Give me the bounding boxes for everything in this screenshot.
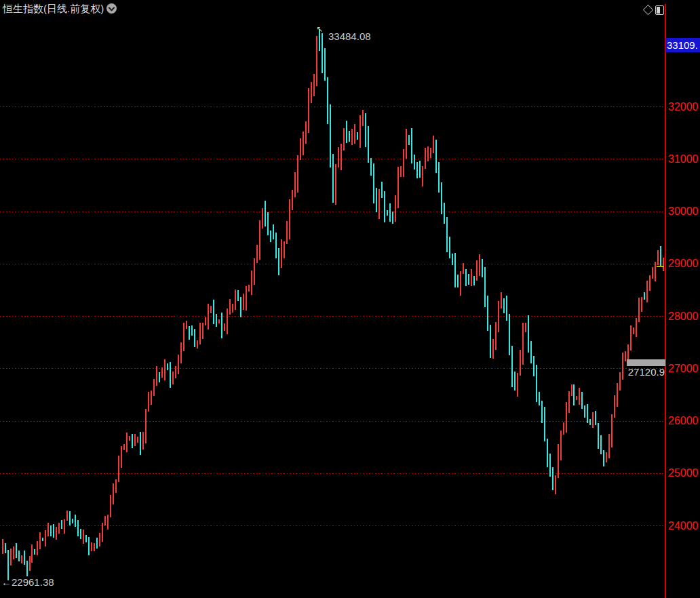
- candle: [566, 402, 567, 433]
- candle: [270, 231, 271, 242]
- candle: [240, 297, 241, 317]
- candle: [208, 304, 209, 330]
- candle: [560, 431, 562, 460]
- candle: [186, 321, 187, 328]
- candle: [88, 537, 90, 556]
- candle: [275, 233, 277, 258]
- candle: [26, 561, 28, 576]
- candle: [202, 323, 203, 339]
- candle: [297, 155, 298, 193]
- gridline: [0, 106, 664, 107]
- candle: [170, 362, 171, 388]
- candle: [311, 82, 312, 103]
- candle: [267, 212, 269, 235]
- candle: [327, 77, 328, 124]
- candle: [83, 530, 84, 544]
- candle: [237, 290, 239, 301]
- candle: [528, 315, 529, 353]
- candle: [468, 274, 469, 285]
- candle: [608, 434, 610, 458]
- candle: [61, 520, 62, 529]
- candle: [552, 467, 553, 490]
- axis-tick-label: 28000: [668, 311, 699, 323]
- candle: [178, 355, 179, 374]
- gridline: [0, 212, 664, 212]
- candle: [167, 363, 168, 370]
- axis-tick-label: 31000: [668, 153, 699, 165]
- candle: [397, 167, 399, 209]
- candle: [619, 372, 621, 391]
- candle: [286, 221, 288, 245]
- candle: [611, 414, 612, 447]
- candle: [465, 269, 467, 286]
- candle: [50, 525, 52, 537]
- candle: [145, 409, 147, 443]
- candle: [156, 366, 157, 386]
- candle: [373, 163, 374, 204]
- gridline: [0, 264, 664, 264]
- candle: [595, 411, 596, 425]
- candle: [606, 452, 607, 462]
- candle: [389, 203, 391, 222]
- candle: [381, 182, 383, 198]
- low-price-label: ←22961.38: [1, 576, 54, 588]
- candle: [660, 246, 661, 266]
- candle: [644, 292, 645, 300]
- candle: [324, 48, 326, 81]
- candle: [414, 155, 415, 170]
- candle: [140, 432, 141, 455]
- candle: [663, 258, 664, 272]
- candle: [482, 259, 483, 277]
- candle: [384, 191, 385, 222]
- candle: [617, 383, 618, 407]
- candle: [539, 392, 540, 406]
- candlestick-plot[interactable]: [0, 0, 665, 598]
- candle: [305, 121, 307, 144]
- candle: [444, 203, 445, 224]
- candle: [490, 325, 491, 359]
- candle: [568, 391, 570, 413]
- candle: [96, 538, 98, 549]
- candle: [530, 341, 532, 363]
- candle: [395, 195, 396, 222]
- candle: [104, 516, 106, 525]
- candle: [332, 154, 334, 203]
- candle: [638, 298, 640, 322]
- candle: [210, 306, 212, 313]
- candle: [113, 483, 114, 504]
- candle: [21, 555, 22, 563]
- candle: [411, 128, 412, 164]
- candle: [45, 530, 46, 546]
- candle: [42, 538, 43, 542]
- candle: [265, 201, 266, 227]
- candle: [132, 434, 133, 448]
- candle: [449, 237, 450, 258]
- candle: [189, 326, 190, 340]
- candle: [471, 269, 472, 287]
- axis-tick-label: 27000: [668, 363, 699, 375]
- candle: [246, 286, 247, 311]
- candle: [137, 437, 138, 443]
- candle: [392, 212, 393, 224]
- candle: [416, 162, 418, 178]
- candle: [72, 519, 73, 523]
- candle: [294, 172, 296, 197]
- candle: [649, 275, 650, 291]
- candle: [153, 379, 155, 396]
- candle: [479, 254, 480, 276]
- candle: [641, 297, 642, 312]
- candle: [446, 217, 448, 253]
- candle: [598, 423, 599, 450]
- candle: [457, 275, 459, 287]
- candle: [362, 110, 364, 126]
- candle: [584, 405, 585, 418]
- candle: [544, 407, 545, 441]
- candle: [517, 373, 518, 397]
- candle: [303, 132, 304, 156]
- candle: [484, 267, 486, 307]
- candle: [430, 148, 431, 158]
- candle: [39, 532, 41, 549]
- candle: [359, 115, 361, 148]
- axis-tick-label: 26000: [668, 415, 699, 427]
- candle: [99, 533, 100, 546]
